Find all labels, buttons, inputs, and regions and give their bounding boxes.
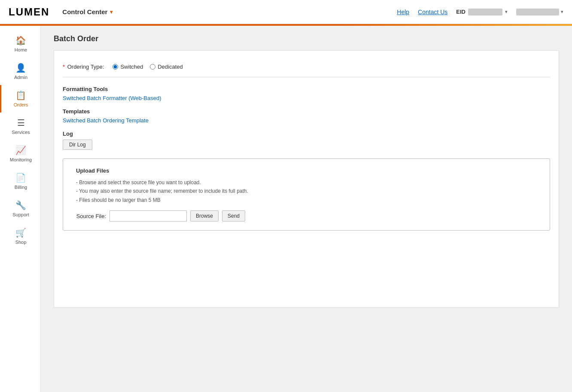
templates-section: Templates Switched Batch Ordering Templa…: [63, 108, 550, 124]
control-center-label: Control Center: [62, 8, 107, 15]
content-card: * Ordering Type: Switched Dedicated For: [54, 50, 559, 308]
eid-label: EID: [456, 9, 466, 15]
upload-instruction-1: - Browse and select the source file you …: [76, 178, 537, 187]
sidebar-item-shop[interactable]: 🛒 Shop: [0, 222, 40, 250]
username-value: [516, 9, 559, 15]
upload-box-title: Upload Files: [76, 167, 537, 174]
browse-button[interactable]: Browse: [190, 210, 219, 222]
sidebar-item-admin[interactable]: 👤 Admin: [0, 58, 40, 85]
username-section: ▾: [516, 9, 563, 15]
sidebar-label-support: Support: [12, 212, 29, 217]
help-link[interactable]: Help: [397, 9, 409, 15]
formatting-tools-title: Formatting Tools: [63, 86, 550, 92]
page-title: Batch Order: [54, 34, 559, 43]
support-icon: 🔧: [15, 200, 26, 210]
username-chevron-icon[interactable]: ▾: [561, 9, 563, 15]
sidebar-label-orders: Orders: [14, 102, 28, 107]
upload-instruction-3: - Files should be no larger than 5 MB: [76, 196, 537, 204]
logo-text: LUMEN: [9, 6, 49, 18]
eid-section: EID ▾: [456, 9, 508, 15]
logo: LUMEN: [9, 6, 49, 18]
sidebar: 🏠 Home 👤 Admin 📋 Orders ☰ Services 📈 Mon…: [0, 26, 41, 392]
switched-label: Switched: [120, 64, 143, 70]
control-center-menu[interactable]: Control Center ▾: [62, 8, 113, 15]
sidebar-label-shop: Shop: [15, 240, 27, 245]
switched-radio-option[interactable]: Switched: [113, 64, 143, 70]
main-content: Batch Order * Ordering Type: Switched De…: [41, 26, 572, 392]
sidebar-item-services[interactable]: ☰ Services: [0, 112, 40, 140]
formatting-tools-section: Formatting Tools Switched Batch Formatte…: [63, 86, 550, 101]
admin-icon: 👤: [15, 63, 26, 73]
layout: 🏠 Home 👤 Admin 📋 Orders ☰ Services 📈 Mon…: [0, 26, 572, 392]
upload-instructions: - Browse and select the source file you …: [76, 178, 537, 204]
contact-us-link[interactable]: Contact Us: [418, 9, 447, 15]
sidebar-item-billing[interactable]: 📄 Billing: [0, 167, 40, 195]
services-icon: ☰: [17, 118, 25, 128]
sidebar-label-monitoring: Monitoring: [10, 157, 32, 162]
header-right: Help Contact Us EID ▾ ▾: [397, 9, 563, 15]
ordering-type-row: * Ordering Type: Switched Dedicated: [63, 64, 550, 77]
dedicated-radio[interactable]: [150, 64, 155, 70]
sidebar-item-monitoring[interactable]: 📈 Monitoring: [0, 140, 40, 167]
dedicated-label: Dedicated: [158, 64, 183, 70]
upload-instruction-2: - You may also enter the source file nam…: [76, 187, 537, 195]
sidebar-label-services: Services: [12, 130, 30, 135]
source-file-input[interactable]: [110, 210, 187, 222]
formatting-tools-link[interactable]: Switched Batch Formatter (Web-Based): [63, 95, 550, 101]
sidebar-label-home: Home: [15, 47, 27, 52]
eid-chevron-icon[interactable]: ▾: [505, 9, 508, 15]
log-section: Log Dir Log: [63, 131, 550, 150]
sidebar-label-admin: Admin: [14, 75, 27, 80]
sidebar-label-billing: Billing: [15, 185, 27, 190]
header: LUMEN Control Center ▾ Help Contact Us E…: [0, 0, 572, 24]
orders-icon: 📋: [15, 90, 26, 100]
upload-box: Upload Files - Browse and select the sou…: [63, 158, 550, 231]
required-star: *: [63, 64, 65, 70]
ordering-type-label: * Ordering Type:: [63, 64, 104, 70]
source-file-label: Source File:: [76, 213, 106, 219]
monitoring-icon: 📈: [15, 145, 26, 155]
log-title: Log: [63, 131, 550, 137]
ordering-type-radio-group: Switched Dedicated: [113, 64, 183, 70]
chevron-down-icon: ▾: [110, 9, 113, 15]
send-button[interactable]: Send: [222, 210, 245, 222]
dedicated-radio-option[interactable]: Dedicated: [150, 64, 183, 70]
source-file-row: Source File: Browse Send: [76, 210, 537, 222]
templates-title: Templates: [63, 108, 550, 115]
eid-value: [468, 9, 502, 15]
sidebar-item-support[interactable]: 🔧 Support: [0, 195, 40, 222]
shop-icon: 🛒: [15, 228, 26, 238]
sidebar-item-orders[interactable]: 📋 Orders: [0, 85, 40, 112]
home-icon: 🏠: [15, 35, 26, 46]
sidebar-item-home[interactable]: 🏠 Home: [0, 30, 40, 58]
templates-link[interactable]: Switched Batch Ordering Template: [63, 117, 550, 124]
dir-log-button[interactable]: Dir Log: [63, 140, 92, 150]
billing-icon: 📄: [15, 173, 26, 183]
switched-radio[interactable]: [113, 64, 118, 70]
